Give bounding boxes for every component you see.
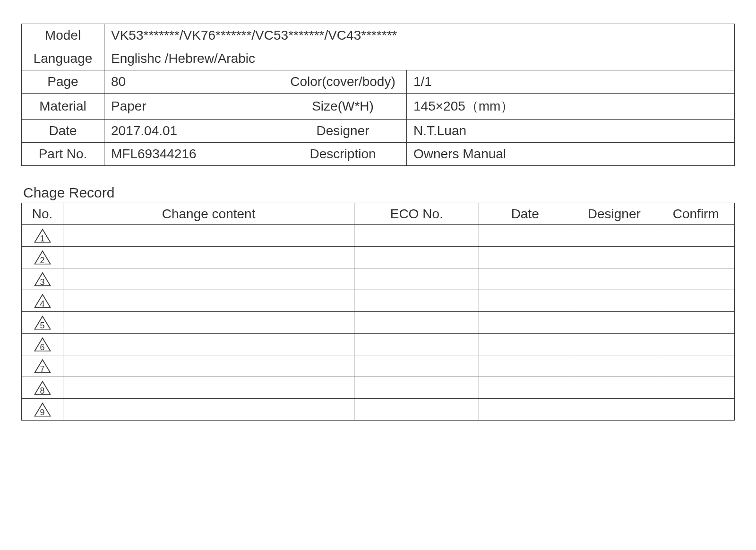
- row-content: [63, 247, 354, 268]
- row-content: [63, 334, 354, 355]
- table-row: 7: [22, 355, 735, 377]
- row-eco: [354, 247, 479, 268]
- header-confirm: Confirm: [657, 203, 735, 225]
- row-confirm: [657, 290, 735, 312]
- row-confirm: [657, 355, 735, 377]
- table-row: 9: [22, 399, 735, 421]
- row-number: 3: [40, 277, 45, 287]
- row-eco: [354, 334, 479, 355]
- triangle-icon: 5: [40, 318, 45, 329]
- header-no: No.: [22, 203, 63, 225]
- row-designer: [571, 377, 657, 399]
- language-label: Language: [22, 47, 104, 70]
- row-no: 2: [22, 247, 63, 268]
- spec-row-language: Language Englishc /Hebrew/Arabic: [22, 47, 735, 70]
- partno-label: Part No.: [22, 143, 104, 166]
- row-number: 7: [40, 364, 45, 374]
- row-designer: [571, 334, 657, 355]
- row-eco: [354, 268, 479, 290]
- triangle-icon: 1: [40, 231, 45, 242]
- color-label: Color(cover/body): [279, 70, 407, 94]
- row-designer: [571, 290, 657, 312]
- row-designer: [571, 355, 657, 377]
- row-number: 9: [40, 408, 45, 417]
- row-date: [479, 225, 571, 247]
- language-value: Englishc /Hebrew/Arabic: [104, 47, 735, 70]
- material-label: Material: [22, 94, 104, 120]
- material-value: Paper: [104, 94, 279, 120]
- header-designer: Designer: [571, 203, 657, 225]
- color-value: 1/1: [407, 70, 735, 94]
- row-designer: [571, 399, 657, 421]
- spec-row-date: Date 2017.04.01 Designer N.T.Luan: [22, 120, 735, 143]
- row-eco: [354, 312, 479, 334]
- spec-row-partno: Part No. MFL69344216 Description Owners …: [22, 143, 735, 166]
- row-number: 1: [40, 234, 45, 243]
- designer-label: Designer: [279, 120, 407, 143]
- triangle-icon: 3: [40, 274, 45, 285]
- header-content: Change content: [63, 203, 354, 225]
- row-no: 8: [22, 377, 63, 399]
- page-value: 80: [104, 70, 279, 94]
- row-designer: [571, 225, 657, 247]
- header-date: Date: [479, 203, 571, 225]
- spec-row-material: Material Paper Size(W*H) 145×205（mm）: [22, 94, 735, 120]
- table-row: 5: [22, 312, 735, 334]
- triangle-icon: 7: [40, 361, 45, 372]
- table-row: 1: [22, 225, 735, 247]
- row-confirm: [657, 377, 735, 399]
- row-no: 9: [22, 399, 63, 421]
- table-row: 8: [22, 377, 735, 399]
- row-no: 3: [22, 268, 63, 290]
- spec-row-page: Page 80 Color(cover/body) 1/1: [22, 70, 735, 94]
- row-eco: [354, 290, 479, 312]
- triangle-icon: 4: [40, 296, 45, 307]
- row-content: [63, 312, 354, 334]
- table-row: 2: [22, 247, 735, 268]
- row-no: 7: [22, 355, 63, 377]
- row-confirm: [657, 225, 735, 247]
- change-record-table: No. Change content ECO No. Date Designer…: [21, 203, 735, 421]
- size-label: Size(W*H): [279, 94, 407, 120]
- triangle-icon: 2: [40, 252, 45, 264]
- designer-value: N.T.Luan: [407, 120, 735, 143]
- row-content: [63, 399, 354, 421]
- row-date: [479, 268, 571, 290]
- table-row: 4: [22, 290, 735, 312]
- row-confirm: [657, 399, 735, 421]
- page-label: Page: [22, 70, 104, 94]
- header-eco: ECO No.: [354, 203, 479, 225]
- model-label: Model: [22, 24, 104, 47]
- row-eco: [354, 355, 479, 377]
- row-confirm: [657, 268, 735, 290]
- row-no: 6: [22, 334, 63, 355]
- row-number: 5: [40, 321, 45, 330]
- row-no: 5: [22, 312, 63, 334]
- row-date: [479, 399, 571, 421]
- row-date: [479, 312, 571, 334]
- row-eco: [354, 225, 479, 247]
- change-header-row: No. Change content ECO No. Date Designer…: [22, 203, 735, 225]
- spec-row-model: Model VK53*******/VK76*******/VC53******…: [22, 24, 735, 47]
- description-label: Description: [279, 143, 407, 166]
- row-number: 8: [40, 386, 45, 395]
- row-eco: [354, 377, 479, 399]
- triangle-icon: 6: [40, 339, 45, 351]
- row-content: [63, 290, 354, 312]
- row-no: 4: [22, 290, 63, 312]
- row-date: [479, 247, 571, 268]
- description-value: Owners Manual: [407, 143, 735, 166]
- row-no: 1: [22, 225, 63, 247]
- row-confirm: [657, 334, 735, 355]
- date-value: 2017.04.01: [104, 120, 279, 143]
- row-date: [479, 290, 571, 312]
- table-row: 3: [22, 268, 735, 290]
- row-confirm: [657, 312, 735, 334]
- triangle-icon: 8: [40, 383, 45, 394]
- row-number: 2: [40, 256, 45, 265]
- row-number: 6: [40, 343, 45, 352]
- row-number: 4: [40, 299, 45, 309]
- row-eco: [354, 399, 479, 421]
- partno-value: MFL69344216: [104, 143, 279, 166]
- row-designer: [571, 312, 657, 334]
